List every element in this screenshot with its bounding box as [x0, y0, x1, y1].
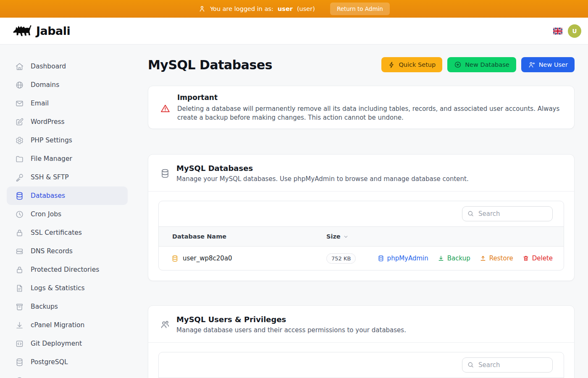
section-subtitle: Manage your MySQL databases. Use phpMyAd… — [176, 175, 469, 183]
sidebar-item-email[interactable]: Email — [7, 94, 128, 113]
pencil-square-icon — [15, 118, 24, 126]
delete-button[interactable]: Delete — [522, 255, 553, 262]
search-icon — [467, 361, 474, 368]
sidebar-item-wordpress[interactable]: WordPress — [7, 113, 128, 131]
user-avatar[interactable]: U — [568, 24, 581, 38]
sidebar-item-ssl-certificates[interactable]: SSL Certificates — [7, 223, 128, 242]
chevron-down-icon — [343, 234, 349, 239]
sidebar-item-label: Logs & Statistics — [31, 284, 85, 292]
download-icon — [15, 321, 24, 330]
globe-icon — [15, 81, 24, 89]
sidebar-item-ssh-sftp[interactable]: SSH & SFTP — [7, 168, 128, 186]
app-header: Jabali U — [0, 18, 588, 45]
database-icon — [15, 358, 24, 367]
sidebar-item-cpanel-migration[interactable]: cPanel Migration — [7, 316, 128, 334]
sidebar-item-label: SSL Certificates — [31, 229, 82, 236]
key-icon — [15, 173, 24, 182]
database-name: user_wp8c20a0 — [183, 255, 232, 262]
sidebar-item-backups[interactable]: Backups — [7, 297, 128, 316]
impersonation-banner: You are logged in as: user (user) Return… — [0, 0, 588, 18]
language-flag-uk-icon[interactable] — [553, 28, 562, 34]
sidebar-item-more[interactable] — [7, 371, 128, 378]
database-size-badge: 752 KB — [326, 253, 356, 264]
document-icon — [15, 284, 24, 293]
databases-search — [462, 206, 553, 221]
sidebar-item-label: Dashboard — [31, 63, 66, 70]
notice-body: Deleting a database will permanently rem… — [177, 105, 562, 122]
sidebar-item-label: File Manager — [31, 155, 72, 163]
phpmyadmin-link[interactable]: phpMyAdmin — [378, 255, 428, 262]
column-size-sort[interactable]: Size — [323, 233, 564, 240]
sidebar-item-dashboard[interactable]: Dashboard — [7, 57, 128, 76]
server-stack-icon — [15, 247, 24, 256]
databases-search-input[interactable] — [462, 206, 553, 221]
sidebar-item-label: Cron Jobs — [31, 210, 61, 218]
section-subtitle: Manage database users and their access p… — [176, 326, 406, 334]
new-database-button[interactable]: New Database — [447, 57, 516, 72]
user-icon — [198, 5, 206, 13]
boar-logo-icon — [13, 24, 33, 39]
important-notice: Important Deleting a database will perma… — [148, 86, 575, 129]
sidebar-item-label: SSH & SFTP — [31, 173, 69, 181]
sidebar-item-cron-jobs[interactable]: Cron Jobs — [7, 205, 128, 223]
users-search-input[interactable] — [462, 357, 553, 373]
sidebar-item-label: WordPress — [31, 118, 65, 126]
sidebar-item-dns-records[interactable]: DNS Records — [7, 242, 128, 260]
restore-button[interactable]: Restore — [480, 255, 513, 262]
database-row: user_wp8c20a0 752 KB phpMyAdmin — [159, 247, 564, 270]
users-section: MySQL Users & Privileges Manage database… — [148, 305, 575, 378]
main-content: MySQL Databases Quick Setup New Database… — [134, 45, 588, 378]
download-icon — [438, 255, 444, 262]
sidebar-item-postgresql[interactable]: PostgreSQL — [7, 353, 128, 371]
users-icon — [160, 320, 170, 330]
return-to-admin-button[interactable]: Return to Admin — [330, 3, 390, 15]
sidebar-item-php-settings[interactable]: PHP Settings — [7, 131, 128, 150]
avatar-initial: U — [572, 28, 577, 34]
lock-icon — [15, 265, 24, 274]
brand-name: Jabali — [36, 24, 70, 37]
plus-circle-icon — [454, 61, 462, 68]
lock-icon — [15, 228, 24, 237]
sidebar-item-protected-directories[interactable]: Protected Directories — [7, 260, 128, 279]
backup-button[interactable]: Backup — [438, 255, 470, 262]
databases-section: MySQL Databases Manage your MySQL databa… — [148, 154, 575, 281]
sidebar-item-label: Domains — [31, 81, 59, 89]
sidebar-item-logs-statistics[interactable]: Logs & Statistics — [7, 279, 128, 297]
brand-logo[interactable]: Jabali — [13, 24, 70, 39]
logged-in-role: (user) — [297, 5, 315, 12]
logged-in-text: You are logged in as: — [210, 5, 273, 12]
database-icon — [378, 255, 384, 262]
sidebar-nav: Dashboard Domains Email WordPress PHP Se… — [0, 45, 134, 378]
database-icon — [171, 255, 178, 262]
home-icon — [15, 62, 24, 71]
sidebar-item-domains[interactable]: Domains — [7, 76, 128, 94]
code-bracket-icon — [15, 339, 24, 348]
archive-box-icon — [15, 302, 24, 311]
sidebar-item-label: Protected Directories — [31, 266, 99, 273]
logged-in-as: You are logged in as: user (user) — [198, 5, 315, 13]
gear-icon — [15, 136, 24, 145]
sidebar-item-label: Databases — [31, 192, 65, 200]
section-title: MySQL Databases — [176, 164, 469, 173]
column-database-name: Database Name — [159, 233, 323, 240]
user-plus-icon — [528, 61, 536, 68]
sidebar-item-databases[interactable]: Databases — [7, 186, 128, 205]
logged-in-username: user — [278, 5, 293, 12]
new-user-button[interactable]: New User — [521, 57, 575, 72]
sidebar-item-label: Git Deployment — [31, 340, 82, 347]
upload-icon — [480, 255, 486, 262]
folder-icon — [15, 155, 24, 163]
section-title: MySQL Users & Privileges — [176, 315, 406, 324]
sidebar-item-git-deployment[interactable]: Git Deployment — [7, 334, 128, 353]
search-icon — [467, 210, 474, 217]
page-title: MySQL Databases — [148, 58, 272, 72]
sidebar-item-label: PHP Settings — [31, 136, 72, 144]
notice-title: Important — [177, 93, 562, 102]
sidebar-item-file-manager[interactable]: File Manager — [7, 150, 128, 168]
sidebar-item-label: cPanel Migration — [31, 321, 84, 329]
clock-icon — [15, 210, 24, 219]
quick-setup-button[interactable]: Quick Setup — [381, 57, 442, 72]
sidebar-item-label: DNS Records — [31, 247, 73, 255]
users-search — [462, 357, 553, 373]
database-icon — [160, 168, 170, 178]
